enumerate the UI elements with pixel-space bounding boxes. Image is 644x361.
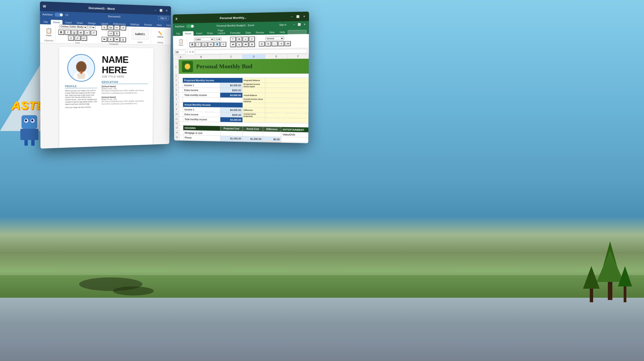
row-6-total-label[interactable]: Total monthly income <box>183 93 220 98</box>
excel-currency-button[interactable]: $ <box>259 41 265 46</box>
excel-underline-button[interactable]: U <box>202 42 208 47</box>
row-15-proj-cost[interactable]: $1,000.00 <box>220 136 242 141</box>
excel-maximize-button[interactable]: ⬜ <box>296 14 300 19</box>
bold-button[interactable]: B <box>58 29 64 34</box>
actual-income-header-cell[interactable]: Actual Monthly Income <box>183 102 243 108</box>
excel-borders-button[interactable]: ⊞ <box>208 42 214 47</box>
excel-tab-insert[interactable]: Insert <box>194 31 204 36</box>
excel-autosave-toggle[interactable] <box>186 24 194 28</box>
row-9-income1-label[interactable]: Income 1 <box>183 107 220 112</box>
clear-format-button[interactable]: A↗ <box>81 35 87 41</box>
font-size-select[interactable]: 11 <box>88 25 95 29</box>
row-10-extra-label[interactable]: Extra income <box>183 112 220 117</box>
excel-dec-decimal[interactable]: .00 <box>284 41 291 46</box>
excel-right-align[interactable]: ➡ <box>243 42 249 47</box>
excel-col-header-c[interactable]: C <box>220 55 242 59</box>
text-color-button[interactable]: A <box>68 35 74 40</box>
sort-button[interactable]: ↕A <box>108 31 114 36</box>
word-minimize-button[interactable]: ─ <box>154 8 157 12</box>
excel-search-input[interactable] <box>288 30 306 34</box>
row-5-extra-label[interactable]: Extra income <box>183 88 220 93</box>
excel-number-format-select[interactable]: General <box>266 36 284 40</box>
row-4-income1-amount[interactable]: $4,300.00 <box>220 83 242 88</box>
excel-tab-pagelayout[interactable]: Page Layout <box>216 28 228 35</box>
align-right-button[interactable]: ➡ <box>114 37 120 42</box>
excel-bold-button[interactable]: B <box>190 42 195 47</box>
excel-col-header-f[interactable]: F <box>288 54 309 58</box>
excel-close-button[interactable]: ✕ <box>302 14 306 18</box>
word-autosave-toggle[interactable] <box>55 13 63 17</box>
word-close-button[interactable]: ✕ <box>164 8 168 13</box>
entertainment-header-cell[interactable]: ENTERTAINMENT <box>281 127 308 132</box>
subscript-button[interactable]: x₂ <box>84 30 90 35</box>
bullet-list-button[interactable]: ≡ <box>102 25 107 30</box>
excel-fill-button[interactable]: 🪣 <box>214 42 220 47</box>
excel-tab-review[interactable]: Review <box>254 30 266 35</box>
row-14-actual-cost[interactable] <box>243 131 263 136</box>
row-14-mortgage-label[interactable]: Mortgage or rent <box>183 130 220 136</box>
row-14-diff[interactable] <box>263 132 281 137</box>
superscript-button[interactable]: x² <box>91 30 96 35</box>
excel-font-select[interactable]: Calibri <box>194 37 214 41</box>
word-tab-home[interactable]: Home <box>51 20 62 25</box>
word-paste-button[interactable]: 📋 Paste <box>44 25 54 38</box>
excel-tab-formulas[interactable]: Formulas <box>228 30 243 35</box>
excel-col-header-b[interactable]: B <box>183 55 220 59</box>
row-11-total-label[interactable]: Total monthly income <box>183 117 220 122</box>
excel-fontsize-select[interactable]: 11 <box>214 37 221 41</box>
word-editing-button[interactable]: ✏️ Editing <box>156 28 165 41</box>
row-11-total-amount[interactable]: $4,300.00 <box>220 117 243 122</box>
paragraph-mark-button[interactable]: ¶ <box>114 31 120 36</box>
excel-tab-home[interactable]: Home <box>183 31 194 36</box>
excel-top-align[interactable]: ⊤ <box>230 36 236 41</box>
excel-minimize-button[interactable]: ─ <box>290 14 294 19</box>
italic-button[interactable]: I <box>65 29 71 35</box>
word-maximize-button[interactable]: ⬜ <box>159 8 163 12</box>
housing-header-cell[interactable]: HOUSING <box>183 126 220 131</box>
excel-tab-file[interactable]: File <box>174 31 182 36</box>
excel-percent-button[interactable]: % <box>266 41 272 46</box>
excel-mid-align[interactable]: ⊠ <box>236 36 242 41</box>
underline-button[interactable]: U <box>71 30 77 35</box>
justify-button[interactable]: || <box>120 37 126 42</box>
excel-cell-ref[interactable]: D8 <box>174 50 185 54</box>
align-center-button[interactable]: ≡ <box>108 37 114 42</box>
excel-merge-button[interactable]: ⊞ <box>249 42 255 47</box>
excel-tab-help[interactable]: Help <box>277 30 287 34</box>
excel-center-align[interactable]: ≡ <box>236 42 242 47</box>
actual-cost-header[interactable]: Actual Cost <box>243 126 263 132</box>
excel-paste-button[interactable]: 📋 Paste <box>176 36 186 48</box>
numbered-list-button[interactable]: 1≡ <box>108 25 114 30</box>
row-15-diff[interactable]: $0.00 <box>263 137 281 142</box>
indent-increase-button[interactable]: ⇒ <box>120 25 126 30</box>
word-tab-view[interactable]: View <box>154 22 164 27</box>
excel-fontcolor-button[interactable]: A <box>220 42 226 47</box>
excel-win-max[interactable]: ⬜ <box>297 22 302 27</box>
excel-col-header-a[interactable]: A <box>178 55 183 59</box>
excel-wrap-button[interactable]: ↵ <box>249 36 255 41</box>
projected-cost-header[interactable]: Projected Cost <box>220 126 243 131</box>
row-6-total-amount[interactable]: $4,600.00 <box>220 93 242 98</box>
row-4-income1-label[interactable]: Income 1 <box>183 83 220 88</box>
difference-header[interactable]: Difference <box>263 127 281 132</box>
excel-col-header-e[interactable]: E <box>266 54 288 59</box>
excel-italic-button[interactable]: I <box>196 42 202 47</box>
highlight-button[interactable]: 🖊 <box>74 35 81 41</box>
excel-inc-decimal[interactable]: .0 <box>278 41 284 46</box>
excel-comma-button[interactable]: , <box>272 41 278 46</box>
row-9-income1-amount[interactable]: $4,000.00 <box>220 107 243 113</box>
projected-income-header-cell[interactable]: Projected Monthly Income <box>183 78 242 83</box>
indent-decrease-button[interactable]: ⇐ <box>114 25 120 30</box>
row-15-actual-cost[interactable]: $1,000.00 <box>243 136 263 141</box>
excel-signin-button[interactable]: Sign in <box>277 23 288 26</box>
word-tab-file[interactable]: File <box>41 19 50 24</box>
word-tab-review[interactable]: Review <box>142 22 154 27</box>
word-signin-button[interactable]: Sign In <box>158 16 169 20</box>
excel-win-min[interactable]: ─ <box>292 22 296 27</box>
excel-formula-input[interactable] <box>194 48 308 54</box>
excel-tab-draw[interactable]: Draw <box>205 31 215 36</box>
word-tab-help[interactable]: Help <box>164 23 171 28</box>
row-10-extra-amount[interactable]: $300.00 <box>220 112 243 117</box>
align-left-button[interactable]: ⬅ <box>101 36 107 42</box>
word-tab-mailings[interactable]: Mailings <box>128 22 142 27</box>
